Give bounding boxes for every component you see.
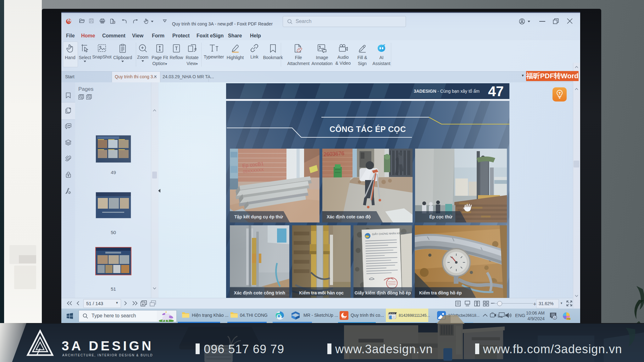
svg-text:PRE: PRE <box>567 318 571 320</box>
svg-text:2603676: 2603676 <box>323 151 344 157</box>
svg-text:3: 3 <box>554 316 556 319</box>
